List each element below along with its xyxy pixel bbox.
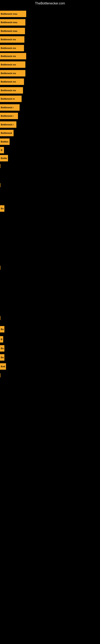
bar-label: Bo xyxy=(0,345,4,352)
bar-item xyxy=(0,373,1,377)
bar-item: Bottleneck res xyxy=(0,62,47,68)
bar-label: Bottleneck res xyxy=(0,70,25,76)
bar-item: Bottleneck resu xyxy=(0,11,52,17)
bar-line xyxy=(0,316,0,320)
bar-label: B xyxy=(0,147,4,153)
bar-label: Bo xyxy=(0,354,4,361)
bar-item: Bottleneck resu xyxy=(0,28,48,34)
bar-label: Bottleneck res xyxy=(0,36,24,43)
bar-item: B xyxy=(0,336,4,342)
bar-label: Bo xyxy=(0,205,4,212)
bar-item: Bottleneck res xyxy=(0,70,47,76)
bar-item: Bottlen xyxy=(0,138,28,145)
bar-label: Bottleneck resu xyxy=(0,28,25,34)
bar-item: Bottle xyxy=(0,155,11,162)
bar-item: Bottleneck resu xyxy=(0,19,50,26)
bar-label: Bottleneck res xyxy=(0,62,25,68)
bar-item: Bo xyxy=(0,205,6,212)
bar-label: Bottleneck r xyxy=(0,113,18,119)
bar-label: B xyxy=(0,336,3,342)
chart-area: Bottleneck resuBottleneck resuBottleneck… xyxy=(0,6,100,644)
bar-item: Bo xyxy=(0,345,6,352)
bar-label: Bottle xyxy=(0,155,8,162)
bar-label: Bottleneck xyxy=(0,130,14,136)
bar-item: Bottleneck re xyxy=(0,96,42,102)
bar-item: Bottleneck xyxy=(0,130,33,136)
bar-line xyxy=(0,266,0,270)
bar-label: Bottleneck res xyxy=(0,87,23,94)
bar-item xyxy=(0,266,1,270)
bar-item: Bottleneck r xyxy=(0,121,36,128)
bar-label: Bottleneck resu xyxy=(0,19,25,26)
bar-item: Bottleneck r xyxy=(0,113,38,119)
bar-label: Bott xyxy=(0,363,6,370)
bar-label: Bottleneck r xyxy=(0,104,20,111)
bar-label: Bo xyxy=(0,326,4,332)
bar-item: Bottleneck res xyxy=(0,45,46,51)
bar-item xyxy=(0,183,1,187)
site-title: TheBottlenecker.com xyxy=(0,0,100,6)
bar-label: Bottlen xyxy=(0,138,10,145)
bar-item xyxy=(0,316,1,320)
bar-label: Bottleneck re xyxy=(0,96,22,102)
bar-line xyxy=(0,373,0,377)
bar-item: Bo xyxy=(0,354,6,361)
bar-item: Bottleneck res xyxy=(0,53,48,59)
bar-label: Bottleneck res xyxy=(0,53,26,59)
bar-label: Bottleneck res xyxy=(0,45,24,51)
bar-item: Bottleneck res xyxy=(0,87,44,94)
bar-item: Bottleneck r xyxy=(0,104,40,111)
bar-label: Bottleneck resu xyxy=(0,11,26,17)
bar-item: Bottleneck res xyxy=(0,78,46,85)
bar-item: Bottleneck res xyxy=(0,36,47,43)
bar-item xyxy=(0,164,1,168)
bar-item: B xyxy=(0,147,22,153)
bar-label: Bottleneck r xyxy=(0,121,16,128)
bar-item: Bo xyxy=(0,326,6,332)
bar-label: Bottleneck res xyxy=(0,78,24,85)
bar-item: Bott xyxy=(0,363,8,370)
bar-line xyxy=(0,164,0,168)
bar-line xyxy=(0,183,0,187)
